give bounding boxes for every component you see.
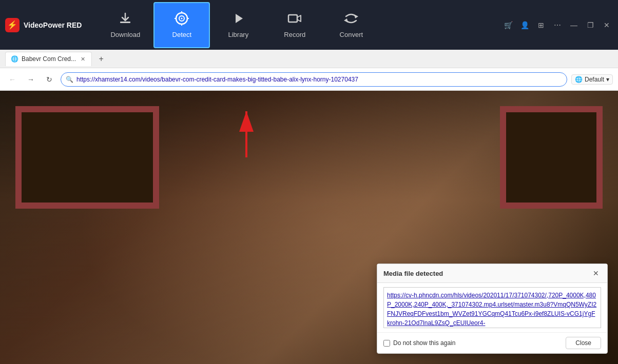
new-tab-button[interactable]: + (95, 53, 107, 65)
window-frame-left (15, 106, 159, 209)
cart-button[interactable]: 🛒 (502, 19, 514, 31)
restore-button[interactable]: ❐ (584, 19, 596, 31)
popup-close-button[interactable]: ✕ (591, 268, 601, 278)
tab-convert[interactable]: Convert (323, 2, 379, 48)
record-icon (287, 11, 302, 28)
default-label: Default (585, 76, 604, 83)
do-not-show-label[interactable]: Do not show this again (383, 339, 455, 347)
tab-convert-label: Convert (340, 31, 363, 38)
url-wrapper: 🔍 (61, 72, 567, 87)
tab-detect-label: Detect (172, 31, 192, 38)
tab-record-label: Record (284, 31, 305, 38)
popup-header: Media file detected ✕ (377, 264, 607, 283)
browser-bar: ← → ↻ 🔍 🌐 Default ▾ (0, 68, 618, 91)
minimize-button[interactable]: — (568, 19, 580, 31)
tab-bar: 🌐 Babevr Com Cred... ✕ + (0, 50, 618, 68)
svg-point-3 (181, 18, 183, 19)
svg-rect-9 (288, 15, 297, 22)
convert-icon (344, 11, 358, 28)
close-popup-button[interactable]: Close (566, 337, 601, 349)
app-logo: ⚡ VideoPower RED (5, 18, 82, 32)
do-not-show-checkbox[interactable] (383, 340, 390, 347)
tab-download[interactable]: Download (97, 2, 153, 48)
default-select[interactable]: 🌐 Default ▾ (571, 74, 613, 85)
svg-marker-11 (344, 18, 348, 23)
titlebar: ⚡ VideoPower RED Download (0, 0, 618, 50)
browser-tab[interactable]: 🌐 Babevr Com Cred... ✕ (5, 52, 92, 66)
globe-icon: 🌐 (575, 76, 583, 83)
more-button[interactable]: ⋯ (551, 19, 564, 31)
popup-url-link[interactable]: https://cv-h.phncdn.com/hls/videos/20201… (383, 287, 601, 328)
popup-footer: Do not show this again Close (377, 332, 607, 353)
popup-title: Media file detected (383, 270, 443, 277)
media-detected-popup: Media file detected ✕ https://cv-h.phncd… (377, 264, 608, 354)
tab-record[interactable]: Record (266, 2, 323, 48)
detect-icon (175, 11, 189, 28)
chevron-down-icon: ▾ (606, 76, 609, 83)
user-button[interactable]: 👤 (518, 19, 531, 31)
tab-favicon: 🌐 (11, 55, 18, 63)
main-content: Media file detected ✕ https://cv-h.phncd… (0, 91, 618, 364)
app-name: VideoPower RED (24, 21, 82, 29)
logo-icon: ⚡ (5, 18, 20, 32)
back-button[interactable]: ← (5, 72, 20, 87)
library-icon (231, 11, 245, 28)
tab-close-button[interactable]: ✕ (79, 55, 86, 63)
download-icon (118, 11, 132, 28)
forward-button[interactable]: → (24, 72, 38, 87)
do-not-show-text: Do not show this again (393, 339, 455, 347)
window-controls: 🛒 👤 ⊞ ⋯ — ❐ ✕ (502, 19, 613, 31)
tab-detect[interactable]: Detect (153, 2, 210, 48)
tab-library[interactable]: Library (210, 2, 266, 48)
reload-button[interactable]: ↻ (42, 72, 56, 87)
nav-tabs: Download Detect (97, 2, 502, 48)
window-frame-right (500, 106, 603, 209)
tab-download-label: Download (110, 31, 140, 38)
svg-marker-8 (236, 14, 243, 23)
close-button[interactable]: ✕ (601, 19, 613, 31)
grid-button[interactable]: ⊞ (535, 19, 547, 31)
url-input[interactable] (61, 72, 567, 87)
tab-title: Babevr Com Cred... (22, 55, 76, 63)
tab-library-label: Library (228, 31, 248, 38)
popup-body: https://cv-h.phncdn.com/hls/videos/20201… (377, 283, 607, 332)
svg-rect-0 (120, 22, 130, 23)
svg-marker-10 (354, 14, 358, 18)
